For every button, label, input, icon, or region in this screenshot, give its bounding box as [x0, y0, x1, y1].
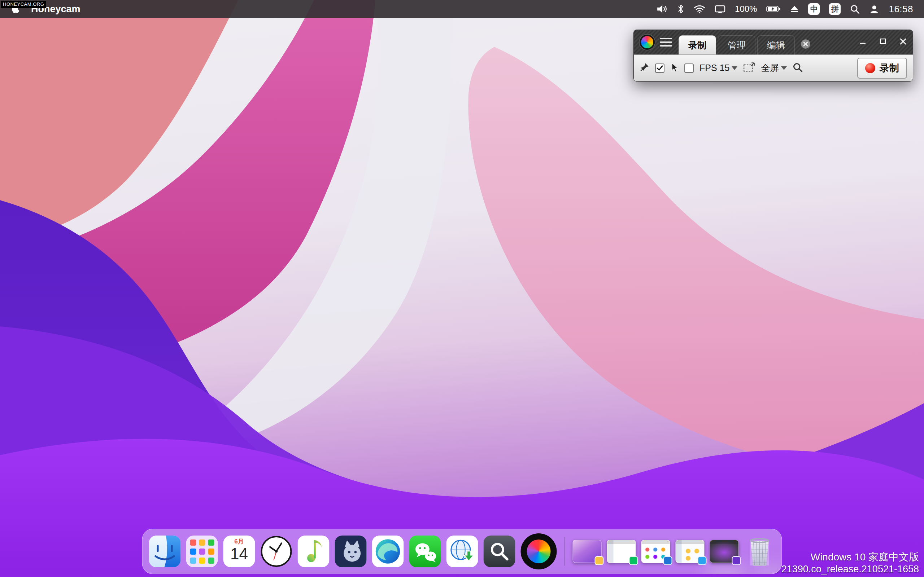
chevron-down-icon [732, 66, 737, 70]
cursor-checkbox[interactable] [684, 63, 694, 73]
eject-icon[interactable] [790, 5, 799, 13]
dock-item-music[interactable] [298, 535, 330, 567]
desktop: HONEYCAM.ORG Honeycam 100% [0, 0, 924, 577]
launchpad-tile [208, 558, 214, 564]
corner-watermark-tag: HONEYCAM.ORG [1, 1, 46, 8]
app-badge [698, 556, 707, 565]
tab-record[interactable]: 录制 [678, 35, 716, 55]
cursor-capture-icon[interactable] [670, 62, 678, 74]
launchpad-tile [208, 548, 214, 554]
hamburger-menu-icon[interactable] [660, 38, 672, 47]
app-badge [663, 556, 672, 565]
honeycam-window: 录制 管理 编辑 [633, 29, 913, 82]
zoom-search-icon[interactable] [793, 62, 803, 74]
dock-item-wechat[interactable] [409, 535, 441, 567]
record-button[interactable]: 录制 [857, 58, 907, 79]
minimized-window-thumbnail[interactable] [607, 540, 636, 563]
minimized-window-thumbnail[interactable] [710, 540, 739, 563]
honeycam-titlebar[interactable]: 录制 管理 编辑 [634, 30, 913, 55]
chevron-down-icon [781, 66, 787, 70]
dock-separator [564, 537, 565, 566]
maximize-button[interactable] [879, 37, 887, 47]
battery-charging-icon[interactable] [766, 5, 781, 13]
dock-item-trash[interactable] [744, 535, 775, 568]
bluetooth-icon[interactable] [677, 4, 684, 14]
tab-close-circle-icon[interactable] [800, 39, 811, 49]
app-badge [732, 556, 741, 565]
honeycam-logo-icon [640, 35, 655, 50]
close-button[interactable] [899, 37, 907, 47]
tab-edit[interactable]: 编辑 [757, 35, 795, 55]
clock-label[interactable]: 16:58 [888, 3, 913, 15]
dock-item-calendar[interactable]: 6月 14 [223, 535, 255, 567]
app-badge [629, 556, 638, 565]
launchpad-tile [199, 548, 205, 554]
dock-item-edge-browser[interactable] [372, 535, 404, 567]
launchpad-tile [190, 548, 196, 554]
honeycam-toolbar: FPS 15 全屏 录制 [634, 55, 913, 81]
capture-region-icon[interactable] [743, 62, 755, 74]
tab-manage[interactable]: 管理 [718, 35, 756, 55]
calendar-day-label: 14 [230, 545, 248, 562]
fps-label: FPS 15 [699, 63, 729, 73]
pin-checkbox[interactable] [655, 63, 664, 73]
volume-icon[interactable] [656, 4, 668, 14]
minimized-window-thumbnail[interactable] [676, 540, 704, 563]
region-selector[interactable]: 全屏 [761, 62, 787, 74]
battery-percent-label: 100% [735, 4, 757, 14]
launchpad-tile [199, 540, 205, 546]
display-mirroring-icon[interactable] [715, 4, 725, 14]
record-button-label: 录制 [880, 62, 899, 75]
dock-item-finder[interactable] [149, 535, 181, 567]
calendar-month-label: 6月 [234, 538, 244, 545]
wallpaper-waves [0, 0, 924, 577]
spotlight-search-icon[interactable] [850, 4, 860, 14]
menubar: Honeycam 100% 中 拼 [0, 0, 924, 18]
pin-always-on-top-icon[interactable] [640, 62, 649, 74]
dock-item-search[interactable] [484, 535, 515, 567]
honeycam-tabs: 录制 管理 编辑 [678, 35, 811, 55]
record-dot-icon [865, 63, 875, 73]
launchpad-tile [190, 540, 196, 546]
user-account-icon[interactable] [869, 4, 879, 14]
input-language-cn-badge[interactable]: 中 [808, 3, 820, 15]
dock-item-cat-app[interactable] [335, 535, 367, 567]
launchpad-tile [190, 558, 196, 564]
app-badge [595, 556, 604, 565]
dock: 6月 14 [142, 529, 782, 574]
wifi-icon[interactable] [694, 5, 705, 14]
launchpad-tile [208, 540, 214, 546]
dock-item-downloader[interactable] [446, 535, 478, 567]
input-method-pinyin-badge[interactable]: 拼 [829, 3, 841, 15]
dock-item-launchpad[interactable] [186, 535, 218, 567]
wallpaper [0, 0, 924, 577]
launchpad-tile [199, 558, 205, 564]
minimized-window-thumbnail[interactable] [573, 540, 602, 563]
minimize-button[interactable] [859, 37, 867, 47]
fps-selector[interactable]: FPS 15 [699, 63, 737, 73]
dock-item-honeycam[interactable] [521, 533, 557, 569]
minimized-window-thumbnail[interactable] [641, 540, 670, 563]
dock-item-clock[interactable] [261, 535, 292, 567]
region-label: 全屏 [761, 62, 779, 74]
honeycam-color-wheel-icon [527, 540, 551, 563]
